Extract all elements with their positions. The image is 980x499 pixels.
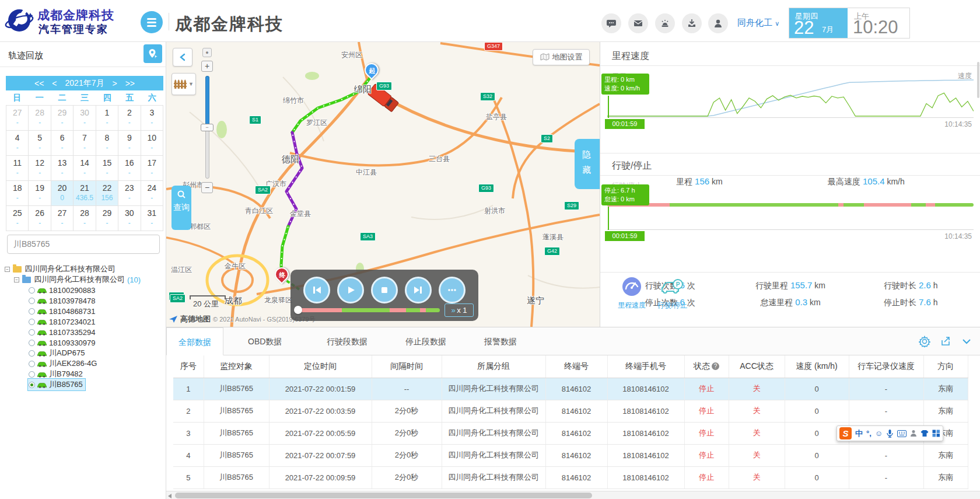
person-settings-icon[interactable] <box>910 430 917 437</box>
radio-icon[interactable] <box>29 319 35 325</box>
help-icon[interactable]: ? <box>712 362 719 370</box>
radio-icon[interactable] <box>29 308 35 315</box>
keyboard-icon[interactable] <box>897 430 907 437</box>
calendar-date-cell[interactable]: 28- <box>29 106 51 131</box>
column-header[interactable]: 监控对象 <box>204 355 269 378</box>
geolocate-button[interactable]: ● <box>202 48 212 57</box>
tree-root[interactable]: − 四川同舟化工科技有限公司 <box>5 264 162 274</box>
ime-language-toggle[interactable]: 中 <box>855 428 863 439</box>
map-settings-button[interactable]: 地图设置 <box>533 49 590 65</box>
calendar-date-cell[interactable]: 16- <box>118 156 141 181</box>
vehicle-search-input[interactable] <box>7 235 160 254</box>
collapse-sidebar-button[interactable] <box>173 48 192 67</box>
calendar-date-cell[interactable]: 22156 <box>96 181 118 206</box>
calendar-date-cell[interactable]: 200 <box>51 181 74 206</box>
org-dropdown[interactable]: 同舟化工 ∨ <box>737 18 779 29</box>
calendar-date-cell[interactable]: 25- <box>6 206 29 231</box>
calendar-date-cell[interactable]: 13- <box>51 156 74 181</box>
calendar-date-cell[interactable]: 29- <box>96 206 118 231</box>
calendar-date-cell[interactable]: 1- <box>96 106 118 131</box>
vehicle-tree-item[interactable]: 18103978478 <box>5 295 162 306</box>
radio-icon[interactable] <box>29 298 35 304</box>
mileage-chart[interactable] <box>607 76 974 118</box>
calendar-date-cell[interactable]: 9- <box>118 131 141 156</box>
sogou-logo-icon[interactable]: S <box>839 427 852 439</box>
vehicle-tree-item[interactable]: 18104868731 <box>5 306 162 316</box>
tab-mileage-speed[interactable]: 里程速度 <box>618 277 646 310</box>
table-tab[interactable]: 全部数据 <box>166 327 223 355</box>
prev-year-button[interactable]: << <box>34 79 44 88</box>
horizontal-scrollbar[interactable] <box>166 491 980 499</box>
scroll-left-arrow[interactable] <box>168 494 172 498</box>
calendar-date-cell[interactable]: 21436.5 <box>74 181 96 206</box>
playback-slider-handle[interactable] <box>294 306 302 314</box>
prev-month-button[interactable]: < <box>52 79 57 88</box>
playback-progress-track[interactable] <box>300 308 440 312</box>
zoom-slider-handle[interactable]: − <box>201 124 214 131</box>
calendar-date-cell[interactable]: 19- <box>29 181 51 206</box>
collapse-icon[interactable]: − <box>5 267 10 272</box>
more-options-button[interactable] <box>439 277 466 303</box>
column-header[interactable]: 方向 <box>923 355 968 378</box>
table-tab[interactable]: 行驶段数据 <box>315 327 379 355</box>
skin-shirt-icon[interactable] <box>921 430 929 437</box>
collapse-icon[interactable]: − <box>14 277 19 282</box>
column-header[interactable]: 定位时间 <box>269 355 372 378</box>
calendar-date-cell[interactable]: 14- <box>74 156 96 181</box>
calendar-date-cell[interactable]: 27- <box>51 206 74 231</box>
panel-scrollbar-thumb[interactable] <box>977 62 979 98</box>
vehicle-tree-item[interactable]: 18100290883 <box>5 285 162 295</box>
calendar-date-cell[interactable]: 12- <box>29 156 51 181</box>
zoom-out-button[interactable]: − <box>201 182 213 193</box>
calendar-date-cell[interactable]: 30- <box>74 106 96 131</box>
calendar-date-cell[interactable]: 27- <box>6 106 29 131</box>
calendar-date-cell[interactable]: 28- <box>74 206 96 231</box>
calendar-date-cell[interactable]: 30- <box>118 206 141 231</box>
message-button[interactable] <box>601 13 621 33</box>
playback-speed-button[interactable]: » x 1 <box>444 303 474 317</box>
calendar-date-cell[interactable]: 26- <box>29 206 51 231</box>
download-button[interactable] <box>682 13 702 33</box>
table-row[interactable]: 5川B857652021-07-22 00:09:592分0秒四川同舟化工科技有… <box>173 466 968 488</box>
calendar-date-cell[interactable]: 6- <box>51 131 74 156</box>
radio-icon[interactable] <box>29 329 35 336</box>
fence-tool-button[interactable]: ▼ <box>172 73 196 95</box>
play-button[interactable] <box>337 277 364 303</box>
table-row[interactable]: 2川B857652021-07-22 00:03:592分0秒四川同舟化工科技有… <box>173 400 968 422</box>
tab-driving-stop[interactable]: P 行驶/停止 <box>657 277 687 310</box>
calendar-date-cell[interactable]: 3- <box>141 106 163 131</box>
column-header[interactable]: ACC状态 <box>729 355 785 378</box>
radio-icon[interactable] <box>29 340 35 346</box>
calendar-date-cell[interactable]: 29- <box>51 106 74 131</box>
table-tab[interactable]: 停止段数据 <box>394 327 458 355</box>
calendar-date-cell[interactable]: 10- <box>141 131 163 156</box>
column-header[interactable]: 终端手机号 <box>607 355 684 378</box>
radio-icon[interactable] <box>29 361 35 367</box>
radio-icon[interactable] <box>29 287 35 294</box>
calendar-date-cell[interactable]: 8- <box>96 131 118 156</box>
radio-icon[interactable] <box>29 382 35 388</box>
mail-button[interactable] <box>628 13 648 33</box>
vehicle-tree-item[interactable]: 川B85765 <box>5 379 162 390</box>
table-collapse-button[interactable] <box>961 336 972 347</box>
menu-toggle-button[interactable] <box>141 11 163 33</box>
vehicle-tree-item[interactable]: 川AEK286-4G <box>5 358 162 369</box>
calendar-date-cell[interactable]: 23- <box>118 181 141 206</box>
calendar-date-cell[interactable]: 31- <box>141 206 163 231</box>
calendar-date-cell[interactable]: 15- <box>96 156 118 181</box>
microphone-icon[interactable] <box>886 429 894 438</box>
zoom-in-button[interactable]: + <box>201 61 213 72</box>
radio-icon[interactable] <box>29 350 35 357</box>
column-header[interactable]: 状态? <box>684 355 729 378</box>
calendar-date-cell[interactable]: 24- <box>141 181 163 206</box>
column-header[interactable]: 序号 <box>173 355 204 378</box>
ime-emoji-button[interactable]: ☺ <box>875 429 883 438</box>
ime-punctuation-toggle[interactable]: °, <box>866 429 872 438</box>
table-export-button[interactable] <box>940 336 951 347</box>
calendar-date-cell[interactable]: 7- <box>74 131 96 156</box>
calendar-date-cell[interactable]: 4- <box>6 131 29 156</box>
stop-button[interactable] <box>371 277 398 303</box>
calendar-date-cell[interactable]: 5- <box>29 131 51 156</box>
calendar-date-cell[interactable]: 18- <box>6 181 29 206</box>
next-year-button[interactable]: >> <box>125 79 135 88</box>
